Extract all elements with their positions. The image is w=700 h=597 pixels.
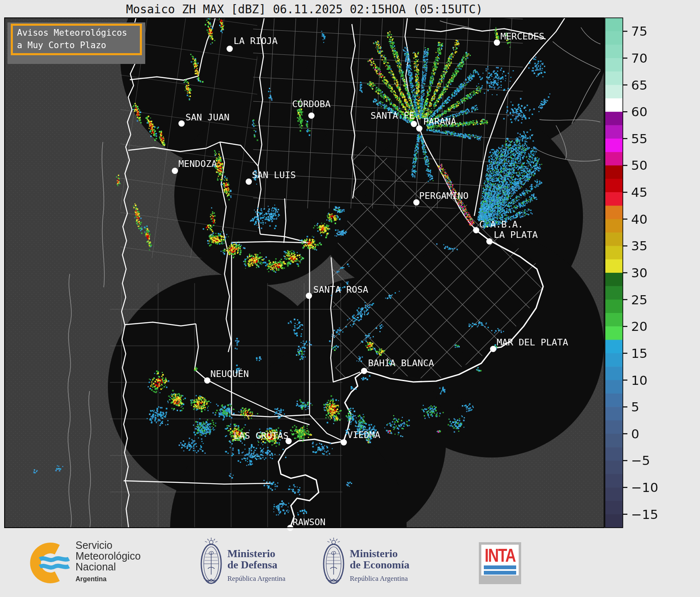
alert-box-line2: a Muy Corto Plazo: [17, 39, 136, 51]
smn-line3: Nacional: [76, 561, 141, 572]
inta-logo-inner: INTA: [481, 545, 519, 575]
page-title: Mosaico ZH MAX [dBZ] 06.11.2025 02:15HOA…: [4, 2, 605, 16]
svg-text:75: 75: [631, 24, 647, 39]
radar-mosaic-page: Mosaico ZH MAX [dBZ] 06.11.2025 02:15HOA…: [0, 0, 700, 597]
defensa-coat-of-arms-icon: [198, 536, 225, 589]
svg-text:−10: −10: [631, 480, 658, 495]
svg-text:−5: −5: [631, 453, 650, 468]
ministerio-defensa-text: Ministerio de Defensa República Argentin…: [227, 548, 285, 584]
inta-logo: INTA: [479, 542, 521, 584]
svg-text:45: 45: [631, 185, 647, 200]
svg-text:35: 35: [631, 238, 647, 253]
alert-box: Avisos Meteorológicos a Muy Corto Plazo: [11, 24, 142, 55]
svg-text:60: 60: [631, 104, 647, 119]
economia-line2: de Economía: [350, 559, 410, 570]
colorbar: 757065605550454035302520151050−5−10−15: [602, 0, 700, 597]
economia-sub: República Argentina: [350, 573, 410, 584]
svg-text:0: 0: [631, 426, 639, 441]
inta-bar-2: [484, 571, 516, 575]
smn-sub: Argentina: [76, 574, 141, 585]
defensa-line2: de Defensa: [227, 559, 285, 570]
svg-text:70: 70: [631, 51, 647, 66]
svg-text:−15: −15: [631, 507, 658, 522]
inta-wordmark: INTA: [483, 545, 517, 566]
svg-text:5: 5: [631, 399, 639, 414]
smn-logo-icon: [26, 539, 75, 588]
defensa-sub: República Argentina: [227, 573, 285, 584]
svg-text:20: 20: [631, 319, 647, 334]
economia-coat-of-arms-icon: [321, 536, 347, 589]
alert-box-line1: Avisos Meteorológicos: [17, 27, 136, 39]
smn-wordmark: Servicio Meteorológico Nacional Argentin…: [76, 540, 141, 585]
svg-text:55: 55: [631, 131, 647, 146]
svg-text:15: 15: [631, 346, 647, 361]
smn-line2: Meteorológico: [76, 551, 141, 561]
radar-map: LA RIOJAMERCEDESSAN JUANCÓRDOBASANTA FEP…: [4, 17, 605, 528]
svg-text:65: 65: [631, 78, 647, 93]
smn-line1: Servicio: [76, 540, 141, 551]
svg-text:40: 40: [631, 212, 647, 227]
radar-echo-layer: [4, 17, 605, 528]
ministerio-economia-text: Ministerio de Economía República Argenti…: [350, 548, 410, 584]
defensa-line1: Ministerio: [227, 548, 285, 559]
svg-text:50: 50: [631, 158, 647, 173]
colorbar-svg: 757065605550454035302520151050−5−10−15: [602, 0, 700, 597]
svg-text:25: 25: [631, 292, 647, 307]
svg-text:30: 30: [631, 265, 647, 280]
svg-text:10: 10: [631, 373, 647, 388]
economia-line1: Ministerio: [350, 548, 410, 559]
footer: Servicio Meteorológico Nacional Argentin…: [0, 531, 700, 597]
